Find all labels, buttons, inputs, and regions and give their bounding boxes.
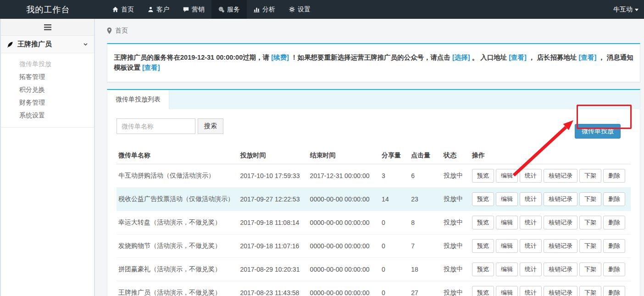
sidebar-item-customer-expansion[interactable]: 拓客管理	[1, 70, 94, 83]
cell-clicks: 6	[409, 164, 442, 187]
notice-link-view-entrance[interactable]: [查看]	[509, 54, 527, 61]
column-header: 结束时间	[308, 147, 380, 164]
action-redemption-records-button[interactable]: 核销记录	[544, 262, 577, 276]
cell-start-time: 2017-10-10 17:59:33	[238, 164, 308, 187]
search-button[interactable]: 搜索	[198, 118, 223, 134]
action-stats-button[interactable]: 统计	[520, 262, 542, 276]
action-takedown-button[interactable]: 下架	[579, 169, 601, 183]
sidebar-menu-title: 王牌推广员	[17, 40, 83, 49]
cell-status: 投放中	[442, 187, 470, 211]
action-redemption-records-button[interactable]: 核销记录	[544, 169, 577, 183]
cell-shares: 3	[380, 164, 409, 187]
action-delete-button[interactable]: 删除	[603, 262, 625, 276]
column-header: 分享量	[380, 147, 409, 164]
action-delete-button[interactable]: 删除	[603, 286, 625, 296]
sidebar-item-finance[interactable]: 财务管理	[1, 96, 94, 109]
action-edit-button[interactable]: 编辑	[496, 262, 518, 276]
action-redemption-records-button[interactable]: 核销记录	[544, 286, 577, 296]
action-redemption-records-button[interactable]: 核销记录	[544, 192, 577, 206]
nav-item-home[interactable]: 首页	[105, 0, 141, 19]
action-preview-button[interactable]: 预览	[472, 169, 494, 183]
action-preview-button[interactable]: 预览	[472, 286, 494, 296]
action-delete-button[interactable]: 删除	[603, 216, 625, 229]
action-stats-button[interactable]: 统计	[520, 239, 542, 253]
notice-link-view-recruit[interactable]: [查看]	[579, 54, 597, 61]
sidebar-menu-promoter[interactable]: 王牌推广员	[1, 36, 94, 53]
notice-text-segment: ， 店长招募地址	[527, 54, 579, 61]
action-preview-button[interactable]: 预览	[472, 192, 494, 206]
chat-icon	[183, 6, 189, 12]
nav-item-analytics[interactable]: 分析	[247, 0, 282, 19]
cell-end-time: 0000-00-00 00:00:00	[308, 211, 380, 234]
nav-item-services[interactable]: 服务	[211, 0, 247, 19]
notice-link-renew[interactable]: [续费]	[271, 54, 289, 61]
action-stats-button[interactable]: 统计	[520, 216, 542, 229]
action-takedown-button[interactable]: 下架	[579, 262, 601, 276]
action-takedown-button[interactable]: 下架	[579, 192, 601, 206]
table-row: 发烧购物节（活动演示，不做兑奖）2017-09-18 11:07:160000-…	[117, 234, 631, 257]
notice-text: 王牌推广员的服务将在2019-12-31 00:00:00过期，请 [续费] ！…	[114, 54, 633, 71]
user-menu-label: 牛互动	[613, 6, 633, 14]
nav-item-customers[interactable]: 客户	[141, 0, 176, 19]
action-edit-button[interactable]: 编辑	[496, 216, 518, 229]
cell-shares: 0	[380, 211, 409, 234]
action-stats-button[interactable]: 统计	[520, 192, 542, 206]
nav-spacer	[317, 0, 608, 19]
action-redemption-records-button[interactable]: 核销记录	[544, 239, 577, 253]
breadcrumb: 首页	[107, 25, 640, 37]
action-takedown-button[interactable]: 下架	[579, 286, 601, 296]
cell-shares: 0	[380, 257, 409, 281]
cell-status: 投放中	[442, 257, 470, 281]
sidebar-item-points-exchange[interactable]: 积分兑换	[1, 83, 94, 96]
cell-start-time: 2017-08-23 11:43:58	[238, 281, 308, 296]
cell-start-time: 2017-08-29 10:20:31	[238, 257, 308, 281]
tab-flyer-delivery-list[interactable]: 微传单投放列表	[107, 90, 169, 109]
sidebar-item-flyer-delivery[interactable]: 微传单投放	[1, 57, 94, 70]
cell-end-time: 0000-00-00 00:00:00	[308, 257, 380, 281]
action-redemption-records-button[interactable]: 核销记录	[544, 216, 577, 229]
user-menu[interactable]: 牛互动	[608, 0, 644, 19]
cell-status: 投放中	[442, 211, 470, 234]
table-row: 幸运大转盘（活动演示，不做兑奖）2017-09-18 11:08:140000-…	[117, 211, 631, 234]
notice-link-select[interactable]: [选择]	[452, 54, 470, 61]
table-row: 税收公益广告投票活动（仅做活动演示）2017-09-27 12:22:53000…	[117, 187, 631, 211]
action-preview-button[interactable]: 预览	[472, 239, 494, 253]
nav-item-settings[interactable]: 设置	[282, 0, 317, 19]
action-preview-button[interactable]: 预览	[472, 262, 494, 276]
cell-actions: 预览编辑统计核销记录下架删除	[470, 211, 631, 234]
main-content: 首页 王牌推广员的服务将在2019-12-31 00:00:00过期，请 [续费…	[95, 19, 644, 296]
action-stats-button[interactable]: 统计	[520, 169, 542, 183]
notice-text-segment: 。 入口地址	[470, 54, 509, 61]
card-body: 搜索 微传单投放 微传单名称投放时间结束时间分享量点击量状态操作 牛互动拼购活动…	[107, 109, 640, 296]
action-edit-button[interactable]: 编辑	[496, 286, 518, 296]
sidebar-item-system-settings[interactable]: 系统设置	[1, 109, 94, 122]
nav-item-label: 营销	[192, 6, 205, 14]
action-preview-button[interactable]: 预览	[472, 216, 494, 229]
column-header: 投放时间	[238, 147, 308, 164]
cell-clicks: 8	[409, 211, 442, 234]
cell-clicks: 18	[409, 257, 442, 281]
notice-text-segment: 王牌推广员的服务将在2019-12-31 00:00:00过期，请	[114, 54, 271, 61]
pen-icon	[7, 41, 13, 48]
breadcrumb-home-link[interactable]: 首页	[115, 27, 128, 35]
action-takedown-button[interactable]: 下架	[579, 216, 601, 229]
action-edit-button[interactable]: 编辑	[496, 169, 518, 183]
nav-item-marketing[interactable]: 营销	[176, 0, 211, 19]
sidebar-toggle-button[interactable]	[1, 19, 94, 36]
action-stats-button[interactable]: 统计	[520, 286, 542, 296]
action-takedown-button[interactable]: 下架	[579, 239, 601, 253]
cogs-icon	[218, 6, 224, 12]
cell-flyer-name: 发烧购物节（活动演示，不做兑奖）	[117, 234, 238, 257]
nav-item-label: 分析	[262, 6, 275, 14]
column-header: 操作	[470, 147, 631, 164]
create-flyer-button[interactable]: 微传单投放	[575, 124, 621, 139]
action-edit-button[interactable]: 编辑	[496, 192, 518, 206]
action-edit-button[interactable]: 编辑	[496, 239, 518, 253]
caret-down-icon	[635, 9, 638, 11]
action-delete-button[interactable]: 删除	[603, 192, 625, 206]
action-delete-button[interactable]: 删除	[603, 239, 625, 253]
home-icon	[112, 6, 118, 12]
search-input[interactable]	[117, 118, 195, 134]
notice-link-view-template[interactable]: [查看]	[142, 64, 160, 71]
action-delete-button[interactable]: 删除	[603, 169, 625, 183]
